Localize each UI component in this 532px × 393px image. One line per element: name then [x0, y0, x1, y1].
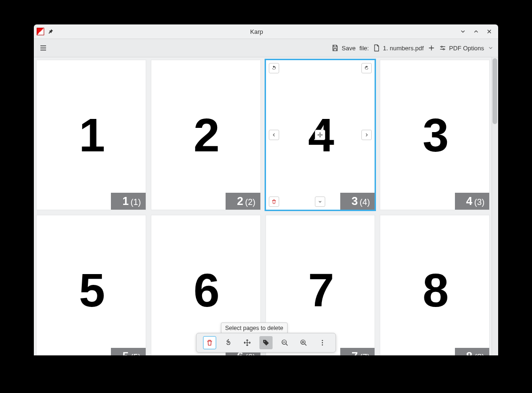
rotate-mode-button[interactable]	[222, 336, 235, 349]
move-handle[interactable]	[315, 130, 325, 140]
rotate-right-handle[interactable]	[361, 63, 372, 73]
save-icon	[331, 44, 339, 52]
delete-handle[interactable]	[269, 196, 279, 207]
page-badge: 2 (2)	[226, 193, 260, 210]
pdf-options-button[interactable]: PDF Options	[439, 44, 494, 52]
page-badge: 5 (5)	[111, 348, 145, 355]
page-content: 7	[308, 263, 333, 317]
file-dropdown[interactable]: 1. numbers.pdf	[373, 44, 424, 52]
menu-button[interactable]	[38, 42, 49, 54]
zoom-out-button[interactable]	[278, 336, 291, 349]
rotate-left-handle[interactable]	[269, 63, 279, 73]
page-content: 6	[194, 263, 218, 317]
app-window: Karp Save file: 1. numbers.pdf	[34, 24, 498, 355]
expand-handle[interactable]	[315, 196, 325, 207]
app-icon	[37, 28, 44, 35]
content-area: 1 1 (1) 2 2 (2) 4 3 (4)	[34, 57, 498, 355]
document-icon	[373, 44, 380, 52]
page-badge: 4 (3)	[455, 193, 489, 210]
page-content: 2	[194, 108, 218, 162]
save-label: Save	[342, 45, 356, 52]
page-thumbnail[interactable]: 5 5 (5)	[36, 215, 146, 355]
svg-point-5	[322, 340, 323, 341]
file-label: file:	[360, 45, 369, 52]
window-title: Karp	[55, 28, 459, 35]
page-thumbnail-selected[interactable]: 4 3 (4)	[266, 60, 376, 210]
zoom-in-button[interactable]	[297, 336, 310, 349]
plus-icon	[428, 44, 435, 52]
window-controls	[459, 27, 495, 36]
svg-point-1	[443, 48, 444, 50]
move-left-handle[interactable]	[269, 130, 279, 140]
more-button[interactable]	[316, 336, 329, 349]
page-badge: 7 (7)	[340, 348, 375, 355]
minimize-button[interactable]	[459, 27, 467, 36]
chevron-down-icon	[487, 44, 494, 52]
svg-point-2	[264, 341, 265, 342]
tooltip: Select pages to delete	[221, 322, 288, 334]
svg-point-6	[322, 342, 323, 343]
page-content: 3	[422, 108, 447, 162]
page-badge: 1 (1)	[111, 193, 145, 210]
svg-point-0	[441, 46, 442, 47]
scrollbar[interactable]	[492, 57, 498, 355]
page-content: 5	[79, 263, 103, 317]
page-grid: 1 1 (1) 2 2 (2) 4 3 (4)	[36, 60, 490, 355]
page-content: 1	[79, 108, 103, 162]
page-badge: 3 (4)	[340, 193, 375, 210]
pdf-options-label: PDF Options	[449, 45, 484, 52]
close-button[interactable]	[485, 27, 493, 36]
filename: 1. numbers.pdf	[383, 45, 424, 52]
toolbar: Save file: 1. numbers.pdf PDF Options	[34, 39, 498, 57]
pin-icon[interactable]	[47, 28, 55, 35]
page-badge: 8 (8)	[455, 348, 489, 355]
save-button[interactable]: Save	[331, 44, 356, 52]
titlebar: Karp	[34, 24, 498, 39]
page-thumbnail[interactable]: 2 2 (2)	[151, 60, 261, 210]
move-mode-button[interactable]	[241, 336, 254, 349]
sliders-icon	[439, 44, 446, 52]
page-content: 8	[422, 263, 447, 317]
delete-mode-button[interactable]	[203, 336, 216, 349]
floating-toolbar	[196, 333, 336, 353]
toolbar-right: Save file: 1. numbers.pdf PDF Options	[331, 44, 494, 52]
page-thumbnail[interactable]: 1 1 (1)	[36, 60, 146, 210]
page-thumbnail[interactable]: 8 8 (8)	[380, 215, 490, 355]
move-right-handle[interactable]	[361, 130, 372, 140]
tag-mode-button[interactable]	[259, 336, 273, 349]
titlebar-left	[37, 28, 55, 35]
maximize-button[interactable]	[472, 27, 480, 36]
page-thumbnail[interactable]: 3 4 (3)	[380, 60, 490, 210]
add-button[interactable]	[428, 44, 435, 52]
scrollbar-thumb[interactable]	[493, 58, 497, 124]
svg-point-7	[322, 344, 323, 345]
